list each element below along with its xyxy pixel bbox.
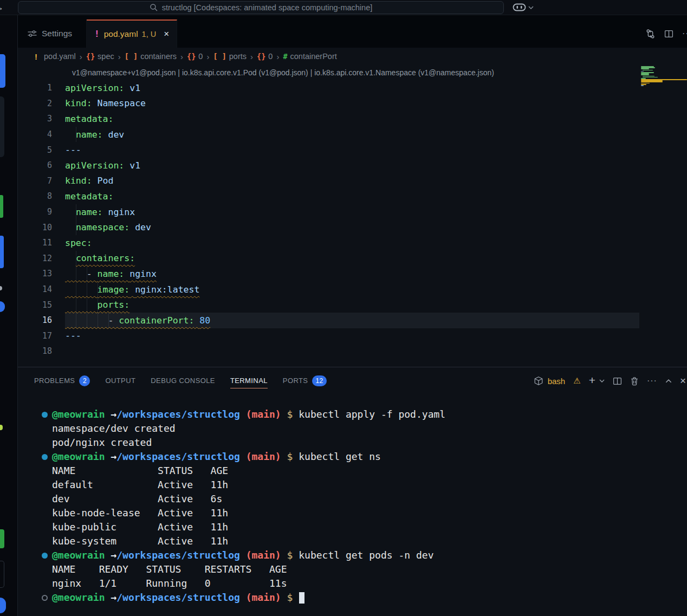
terminal-profile-chevron-icon[interactable] <box>599 379 605 382</box>
output-text: dev Active 6s <box>52 492 222 506</box>
breadcrumb-label: 0 <box>198 52 203 61</box>
code-line[interactable]: 4 name: dev <box>18 127 687 142</box>
prompt-user: @meowrain <box>52 450 105 464</box>
minimap[interactable] <box>641 66 687 87</box>
new-terminal-button[interactable]: + <box>589 375 595 387</box>
breadcrumb-label: spec <box>98 52 114 61</box>
panel-more-icon[interactable]: ··· <box>647 376 657 386</box>
line-number[interactable]: 2 <box>18 99 65 108</box>
compare-changes-icon[interactable] <box>645 29 656 39</box>
breadcrumb-item[interactable]: {}spec <box>86 52 114 61</box>
warning-squiggle: - name: nginx <box>65 269 157 279</box>
yaml-schema-hint[interactable]: v1@namespace+v1@pod.json | io.k8s.api.co… <box>18 65 687 80</box>
line-number[interactable]: 5 <box>18 145 65 155</box>
code-line[interactable]: 14 image: nginx:latest <box>18 282 687 297</box>
code-line[interactable]: 11spec: <box>18 235 687 251</box>
line-number[interactable]: 16 <box>18 315 65 325</box>
panel-tab-label: DEBUG CONSOLE <box>151 373 215 388</box>
line-number[interactable]: 6 <box>18 160 65 170</box>
line-number[interactable]: 14 <box>18 284 65 294</box>
chevron-down-icon <box>528 6 534 9</box>
code-line[interactable]: 8metadata: <box>18 189 687 204</box>
code-line[interactable]: 18 <box>18 343 687 359</box>
terminal[interactable]: @meowrain →/workspaces/structlog (main) … <box>18 394 687 616</box>
panel-tab-problems[interactable]: PROBLEMS2 <box>34 367 90 394</box>
command-decoration[interactable] <box>42 450 52 464</box>
close-panel-icon[interactable]: × <box>680 375 686 387</box>
maximize-panel-icon[interactable] <box>665 379 672 383</box>
code-editor[interactable]: v1@namespace+v1@pod.json | io.k8s.api.co… <box>18 65 687 359</box>
code-line[interactable]: 16 - containerPort: 80 <box>18 313 687 328</box>
code-line[interactable]: 9 name: nginx <box>18 204 687 220</box>
panel-tab-output[interactable]: OUTPUT <box>105 367 135 394</box>
shell-warning-icon[interactable]: ⚠ <box>573 376 580 386</box>
command-decoration[interactable] <box>42 407 52 422</box>
code-line[interactable]: 10 namespace: dev <box>18 219 687 235</box>
line-number[interactable]: 9 <box>18 207 65 217</box>
code-line[interactable]: 12 containers: <box>18 251 687 267</box>
code-line[interactable]: 2kind: Namespace <box>18 96 687 112</box>
line-number[interactable]: 18 <box>18 346 65 356</box>
command-decoration <box>42 534 52 548</box>
command-success-dot[interactable] <box>42 454 48 460</box>
breadcrumb-item[interactable]: {}0 <box>187 52 203 61</box>
more-actions-icon[interactable]: ··· <box>682 29 687 38</box>
terminal-output-line: kube-public Active 11h <box>42 520 687 534</box>
line-number[interactable]: 11 <box>18 238 65 248</box>
breadcrumb-item[interactable]: #containerPort <box>283 52 336 61</box>
command-success-dot[interactable] <box>42 412 48 418</box>
kill-terminal-icon[interactable] <box>630 377 639 386</box>
code-line[interactable]: 5--- <box>18 142 687 158</box>
line-number[interactable]: 1 <box>18 83 65 93</box>
line-number[interactable]: 8 <box>18 191 65 201</box>
yaml-warning-indicator: ! <box>95 29 99 40</box>
line-number[interactable]: 17 <box>18 331 65 341</box>
breadcrumb-item[interactable]: {}0 <box>257 52 273 61</box>
close-tab-icon[interactable]: × <box>164 29 169 40</box>
code-line[interactable]: 3metadata: <box>18 111 687 127</box>
panel-tab-terminal[interactable]: TERMINAL <box>230 367 268 394</box>
indent-guide <box>87 266 87 282</box>
prompt-path: /workspaces/structlog <box>116 548 240 562</box>
token: - <box>65 315 119 326</box>
code-line[interactable]: 7kind: Pod <box>18 173 687 189</box>
line-number[interactable]: 4 <box>18 129 65 139</box>
code-line[interactable]: 15 ports: <box>18 297 687 313</box>
command-success-dot[interactable] <box>42 553 48 559</box>
line-number[interactable]: 3 <box>18 114 65 124</box>
code-line[interactable]: 6apiVersion: v1 <box>18 158 687 173</box>
code-text: ports: <box>65 297 639 313</box>
tab-settings[interactable]: Settings <box>18 20 87 48</box>
line-number[interactable]: 7 <box>18 176 65 186</box>
breadcrumb-item[interactable]: pod.yaml <box>44 52 76 61</box>
line-number[interactable]: 15 <box>18 300 65 310</box>
breadcrumb-item[interactable]: [ ]containers <box>125 52 177 61</box>
split-terminal-icon[interactable] <box>613 377 622 386</box>
code-line[interactable]: 17--- <box>18 328 687 344</box>
breadcrumb-item[interactable]: [ ]ports <box>213 52 247 61</box>
code-text: apiVersion: v1 <box>65 158 639 173</box>
code-line[interactable]: 13 - name: nginx <box>18 266 687 282</box>
line-number[interactable]: 13 <box>18 269 65 278</box>
line-number[interactable]: 10 <box>18 223 65 232</box>
split-editor-icon[interactable] <box>664 29 673 38</box>
line-number[interactable]: 12 <box>18 254 65 263</box>
clipped-icon <box>0 236 4 268</box>
code-line[interactable]: 1apiVersion: v1 <box>18 80 687 96</box>
forward-arrow-icon[interactable]: → <box>0 2 7 13</box>
tab-label: pod.yaml <box>104 29 138 39</box>
command-decoration[interactable] <box>42 548 52 562</box>
command-center-search[interactable]: structlog [Codespaces: animated space co… <box>18 1 504 14</box>
token <box>124 269 129 279</box>
command-pending-dot[interactable] <box>42 595 48 601</box>
code-text: namespace: dev <box>65 219 639 235</box>
output-text: NAME READY STATUS RESTARTS AGE <box>52 562 287 576</box>
panel-tab-debug-console[interactable]: DEBUG CONSOLE <box>151 367 215 394</box>
command-decoration[interactable] <box>42 591 52 605</box>
terminal-prompt-line: @meowrain →/workspaces/structlog (main) … <box>42 407 687 422</box>
shell-label[interactable]: bash <box>548 377 566 386</box>
copilot-menu[interactable] <box>513 3 534 12</box>
tab-pod-yaml[interactable]: ! pod.yaml 1, U × <box>87 20 177 48</box>
panel-tab-ports[interactable]: PORTS12 <box>283 367 327 394</box>
prompt-branch: (main) <box>246 450 281 464</box>
